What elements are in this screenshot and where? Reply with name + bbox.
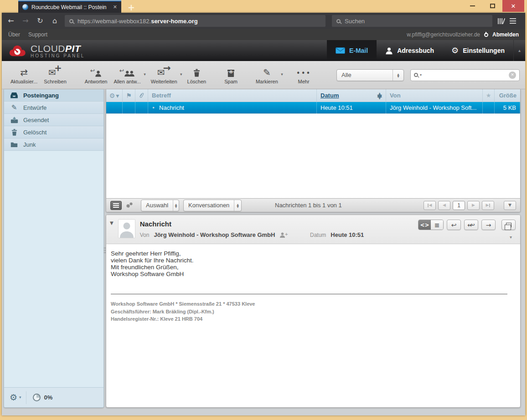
chevron-down-icon[interactable]: ▾: [144, 72, 146, 77]
folder-sidebar: Posteingang ✎ Entwürfe Gesendet Gelöscht…: [4, 89, 104, 408]
search-options-caret[interactable]: ▾: [420, 73, 422, 77]
header-collapse-caret[interactable]: ▼: [110, 219, 114, 238]
refresh-button[interactable]: ⇄ Aktualisier...: [7, 64, 41, 87]
signature-divider: [111, 294, 507, 294]
hamburger-menu-icon[interactable]: [510, 18, 516, 24]
text-view-button[interactable]: ≡: [431, 220, 443, 230]
signature-line: Workshop Software GmbH * Siemensstraße 2…: [111, 300, 515, 308]
list-footer: Auswahl ▲▼ Konversationen ▲▼ Nachrichten…: [106, 198, 520, 212]
tab-addressbook[interactable]: Adressbuch: [377, 40, 443, 61]
page-number-input[interactable]: 1: [453, 201, 465, 210]
forward-button[interactable]: ✉→ Weiterleiten ▾: [148, 64, 181, 87]
url-text: https://webmail-webbox182.server-home.or…: [78, 18, 198, 25]
browser-search-input[interactable]: [345, 18, 488, 25]
reply-all-button[interactable]: ↩ Allen antw... ▾: [110, 64, 144, 87]
spam-button[interactable]: ♻ Spam: [221, 64, 241, 87]
tab-email[interactable]: E-Mail: [327, 40, 377, 61]
column-flag[interactable]: ⚑: [123, 89, 135, 102]
cloud-logo-icon: [8, 45, 26, 57]
body-line: Sehr geehrter Herr Pfiffig,: [111, 250, 515, 257]
forward-icon[interactable]: →: [21, 17, 30, 25]
sidebar-item-drafts[interactable]: ✎ Entwürfe: [4, 102, 103, 114]
more-button[interactable]: ••• Mehr: [293, 64, 315, 87]
folder-actions-button[interactable]: ⚙ ▾: [10, 391, 26, 404]
thread-mode-icon[interactable]: [126, 201, 133, 210]
site-topbar: Über Support w.pfiffig@gerichtsvollziehe…: [2, 29, 525, 40]
sidebar-empty-area: [4, 151, 103, 387]
reply-button[interactable]: ↩ Antworten: [82, 64, 111, 87]
html-view-button[interactable]: <>: [418, 220, 431, 230]
column-attachment[interactable]: [135, 89, 148, 102]
logout-button[interactable]: Abmelden: [492, 31, 519, 38]
chevron-down-icon[interactable]: ▾: [180, 72, 182, 77]
next-page-button[interactable]: ▶: [467, 201, 480, 210]
preview-pane-toggle[interactable]: ▼: [504, 201, 516, 210]
search-icon: [336, 19, 341, 23]
selection-select[interactable]: Auswahl ▲▼: [141, 200, 179, 211]
open-in-new-window-button[interactable]: [501, 220, 516, 230]
sidebar-item-inbox[interactable]: Posteingang: [4, 89, 103, 102]
message-count: Nachrichten 1 bis 1 von 1: [275, 202, 342, 209]
column-subject[interactable]: Betreff: [148, 89, 317, 102]
last-page-button[interactable]: ▶: [482, 201, 494, 210]
tab-close-icon[interactable]: ✕: [113, 5, 117, 10]
tab-addressbook-label: Adressbuch: [397, 47, 434, 54]
message-title-block: Nachricht Von Jörg Weinhold - Workshop S…: [140, 219, 364, 238]
prev-page-button[interactable]: ◀: [438, 201, 450, 210]
new-tab-button[interactable]: +: [128, 3, 135, 13]
browser-tab[interactable]: Roundcube Webmail :: Postein ✕: [18, 0, 121, 13]
date-label: Datum: [310, 232, 326, 238]
mail-search-box[interactable]: ▾ ✕: [410, 69, 520, 81]
filter-select[interactable]: Alle ▲▼: [336, 69, 404, 81]
paperclip-icon: [138, 91, 145, 99]
plus-icon: +: [54, 63, 62, 72]
support-link[interactable]: Support: [28, 31, 47, 38]
compose-button[interactable]: ✉+ Schreiben: [41, 64, 70, 87]
list-view-mode-button[interactable]: [110, 201, 122, 210]
sidebar-item-sent[interactable]: Gesendet: [4, 114, 103, 126]
clear-search-icon[interactable]: ✕: [509, 72, 516, 79]
delete-label: Löschen: [187, 79, 207, 84]
refresh-label: Aktualisier...: [10, 79, 37, 84]
delete-button[interactable]: Löschen: [184, 64, 210, 87]
url-bar[interactable]: https://webmail-webbox182.server-home.or…: [65, 15, 326, 27]
column-from[interactable]: Von: [386, 89, 483, 102]
column-size[interactable]: Größe: [495, 89, 520, 102]
logo-text: CLOUDPIT HOSTING PANEL: [31, 43, 85, 58]
library-icon[interactable]: [498, 18, 504, 24]
signature-line: Handelsregister-Nr.: Kleve 21 HRB 704: [111, 315, 515, 323]
header-collapse-button[interactable]: ▴: [513, 40, 525, 61]
chevron-down-icon[interactable]: ▾: [281, 72, 283, 77]
sidebar-item-trash[interactable]: Gelöscht: [4, 126, 103, 138]
threads-select[interactable]: Konversationen ▲▼: [183, 200, 242, 211]
gear-icon: ⚙: [10, 393, 17, 402]
more-actions-caret[interactable]: ▾: [510, 235, 512, 240]
star-icon: ★: [486, 92, 491, 98]
date-value: Heute 10:51: [331, 231, 364, 238]
forward-icon-button[interactable]: →: [481, 220, 496, 230]
list-options-button[interactable]: ⚙ ▾: [106, 89, 123, 102]
home-icon[interactable]: ⌂: [50, 17, 59, 25]
about-link[interactable]: Über: [8, 31, 20, 38]
minimize-button[interactable]: [462, 0, 482, 12]
reply-all-icon-button[interactable]: ↩↩: [464, 220, 478, 230]
maximize-button[interactable]: [482, 0, 502, 12]
reply-icon-button[interactable]: ↩: [447, 220, 461, 230]
add-contact-button[interactable]: +: [279, 232, 288, 238]
message-row-selected[interactable]: • Nachricht Heute 10:51 Jörg Weinhold - …: [106, 102, 520, 114]
filter-value: Alle: [337, 72, 393, 78]
column-date[interactable]: Datum ▲▼: [317, 89, 386, 102]
reload-icon[interactable]: ↻: [36, 17, 45, 25]
browser-search-bar[interactable]: [332, 15, 492, 27]
column-star[interactable]: ★: [483, 89, 495, 102]
back-icon[interactable]: ←: [6, 17, 16, 25]
mail-search-input[interactable]: [424, 72, 507, 78]
ellipsis-icon: •••: [296, 70, 311, 77]
sidebar-item-junk[interactable]: Junk: [4, 138, 103, 151]
mark-button[interactable]: ✎ Markieren ▾: [253, 64, 281, 87]
first-page-button[interactable]: ◀: [424, 201, 436, 210]
power-icon: [484, 33, 488, 37]
close-button[interactable]: ✕: [502, 0, 524, 12]
sidebar-item-label: Junk: [23, 141, 36, 148]
tab-settings[interactable]: ⚙ Einstellungen: [443, 40, 513, 61]
